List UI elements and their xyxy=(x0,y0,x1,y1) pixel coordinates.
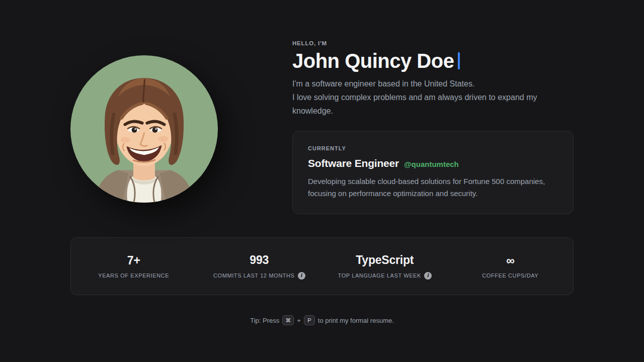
greeting-label: HELLO, I'M xyxy=(292,40,574,46)
info-icon[interactable]: i xyxy=(298,272,305,280)
tip-suffix: to print my formal resume. xyxy=(318,317,394,324)
currently-label: CURRENTLY xyxy=(308,145,558,151)
p-key: P xyxy=(304,315,315,325)
stat-top-language: TypeScript TOP LANGUAGE LAST WEEK i xyxy=(322,253,448,280)
stat-label: YEARS OF EXPERIENCE xyxy=(98,273,169,279)
avatar-illustration xyxy=(70,55,218,203)
avatar xyxy=(70,55,218,203)
stats-bar: 7+ YEARS OF EXPERIENCE 993 COMMITS LAST … xyxy=(70,237,574,295)
stat-years-experience: 7+ YEARS OF EXPERIENCE xyxy=(71,254,197,279)
info-icon[interactable]: i xyxy=(424,272,432,280)
stat-value: 7+ xyxy=(127,254,140,267)
role-row: Software Engineer @quantumtech xyxy=(308,157,558,169)
current-role: Software Engineer xyxy=(308,157,399,169)
stat-coffee: ∞ COFFEE CUPS/DAY xyxy=(448,254,574,279)
page-title: John Quincy Doe xyxy=(292,49,574,72)
print-tip: Tip: Press ⌘ + P to print my formal resu… xyxy=(70,315,574,325)
stat-value: ∞ xyxy=(506,254,514,267)
name-text: John Quincy Doe xyxy=(292,50,454,72)
stat-commits: 993 COMMITS LAST 12 MONTHS i xyxy=(197,253,323,280)
cmd-key: ⌘ xyxy=(282,315,294,325)
stat-label-text: COFFEE CUPS/DAY xyxy=(482,273,538,279)
role-description: Developing scalable cloud-based solution… xyxy=(308,175,558,200)
intro-line-2: I love solving complex problems and am a… xyxy=(292,93,537,115)
intro-line-1: I'm a software engineer based in the Uni… xyxy=(292,79,474,88)
portfolio-page: HELLO, I'M John Quincy Doe I'm a softwar… xyxy=(0,0,644,362)
currently-card: CURRENTLY Software Engineer @quantumtech… xyxy=(292,131,574,214)
stat-label: TOP LANGUAGE LAST WEEK i xyxy=(338,272,432,280)
stat-label-text: TOP LANGUAGE LAST WEEK xyxy=(338,273,421,279)
hero-text: HELLO, I'M John Quincy Doe I'm a softwar… xyxy=(292,40,574,214)
tip-plus: + xyxy=(297,317,301,324)
stat-label-text: YEARS OF EXPERIENCE xyxy=(98,273,169,279)
company-handle-link[interactable]: @quantumtech xyxy=(404,160,459,168)
stat-value: 993 xyxy=(250,253,269,267)
stat-label: COMMITS LAST 12 MONTHS i xyxy=(213,272,305,280)
stat-value: TypeScript xyxy=(356,253,414,267)
intro-text: I'm a software engineer based in the Uni… xyxy=(292,77,574,118)
typing-caret xyxy=(458,52,460,69)
stat-label: COFFEE CUPS/DAY xyxy=(482,273,538,279)
stat-label-text: COMMITS LAST 12 MONTHS xyxy=(213,273,295,279)
tip-prefix: Tip: Press xyxy=(250,317,279,324)
hero-section: HELLO, I'M John Quincy Doe I'm a softwar… xyxy=(70,0,574,214)
